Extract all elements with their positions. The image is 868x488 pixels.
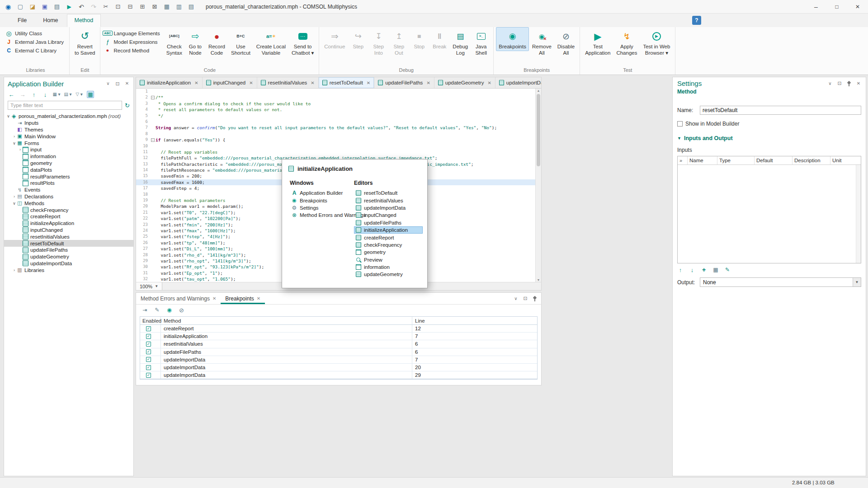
line-number[interactable]: 3 <box>136 101 150 107</box>
line-number[interactable]: 28 <box>136 252 150 258</box>
use-shortcut-button[interactable]: Use Shortcut <box>228 27 253 58</box>
editor-tab-updategeometry[interactable]: updateGeometry✕ <box>434 77 495 88</box>
dropdown-arrow-icon[interactable]: ▼ <box>853 278 861 286</box>
popup-item-inputchanged[interactable]: inputChanged <box>354 211 423 219</box>
breakpoints-button[interactable]: Breakpoints <box>496 27 529 51</box>
line-number[interactable]: 27 <box>136 246 150 252</box>
tree-item-updatefilepaths[interactable]: updateFilePaths <box>4 247 133 253</box>
inputs-table[interactable]: Name Type Default Description Unit <box>677 156 861 263</box>
line-number[interactable]: 24 <box>136 228 150 234</box>
tree-item-methods[interactable]: ∨Methods <box>4 200 133 206</box>
code-line-1[interactable]: 1 <box>136 89 541 94</box>
popup-item-updateimportdata[interactable]: updateImportData <box>354 204 423 211</box>
tree-item-checkfrequency[interactable]: checkFrequency <box>4 206 133 213</box>
line-number[interactable]: 13 <box>136 161 150 167</box>
editor-tab-resettodefault[interactable]: resetToDefault✕ <box>319 77 375 88</box>
ribbon-tab-home[interactable]: Home <box>35 14 66 27</box>
popup-item-preview[interactable]: Preview <box>354 256 423 263</box>
column-header-line[interactable]: Line <box>412 317 537 324</box>
tree-collapse-arrow[interactable]: ∨ <box>6 114 11 118</box>
line-number[interactable]: 29 <box>136 258 150 264</box>
help-button[interactable]: ? <box>692 16 701 25</box>
minimize-button[interactable] <box>806 0 826 14</box>
breakpoint-row-updatefilepaths-6[interactable]: ✓updateFilePaths6 <box>140 348 537 356</box>
column-header-default[interactable]: Default <box>755 156 793 164</box>
insert-table-icon[interactable] <box>163 3 170 10</box>
editor-tab-updateimportdata[interactable]: updateImportData✕ <box>495 77 542 88</box>
editor-tab-resetinitialvalues[interactable]: resetInitialValues✕ <box>257 77 319 88</box>
remove-all-button[interactable]: Remove All <box>529 27 554 58</box>
tree-expand-arrow[interactable]: › <box>12 134 17 139</box>
line-number[interactable]: 20 <box>136 203 150 209</box>
model-expressions-button[interactable]: Model Expressions <box>103 38 161 45</box>
column-header-type[interactable]: Type <box>717 156 755 164</box>
line-number[interactable]: 7 <box>136 125 150 131</box>
test-application-button[interactable]: Test Application <box>582 27 613 58</box>
code-line-5[interactable]: 5 */ <box>136 113 541 119</box>
popup-item-updatefilepaths[interactable]: updateFilePaths <box>354 219 423 226</box>
enabled-checkbox[interactable]: ✓ <box>146 334 151 339</box>
panel-float-icon[interactable] <box>115 81 120 86</box>
duplicate-icon[interactable] <box>139 3 146 10</box>
popup-item-geometry[interactable]: geometry <box>354 249 423 256</box>
method-name-input[interactable] <box>700 106 861 115</box>
utility-class-button[interactable]: Utility Class <box>4 30 65 37</box>
enabled-checkbox[interactable]: ✓ <box>146 326 151 331</box>
column-header-description[interactable]: Description <box>793 156 830 164</box>
tree-item-forms[interactable]: ∨Forms <box>4 140 133 146</box>
tree-item-themes[interactable]: Themes <box>4 127 133 133</box>
show-in-model-builder-row[interactable]: Show in Model Builder <box>673 117 866 130</box>
close-tab-icon[interactable]: ✕ <box>212 296 216 301</box>
code-line-10[interactable]: 10 <box>136 143 541 149</box>
line-number[interactable]: 6 <box>136 119 150 125</box>
line-number[interactable]: 11 <box>136 149 150 155</box>
line-number[interactable]: 16 <box>136 179 150 185</box>
editor-tab-initializeapplication[interactable]: initializeApplication✕ <box>136 77 203 88</box>
new-file-icon[interactable] <box>17 3 24 10</box>
editor-tab-inputchanged[interactable]: inputChanged✕ <box>203 77 257 88</box>
disable-breakpoints-icon[interactable] <box>178 307 185 314</box>
popup-item-checkfrequency[interactable]: checkFrequency <box>354 241 423 249</box>
goto-line-icon[interactable] <box>142 307 148 314</box>
column-header-name[interactable]: Name <box>688 156 717 164</box>
line-number[interactable]: 19 <box>136 197 150 203</box>
record-method-button[interactable]: Record Method <box>103 47 161 54</box>
output-select[interactable]: None ▼ <box>700 277 861 287</box>
external-java-library-button[interactable]: External Java Library <box>4 38 65 45</box>
refresh-icon[interactable] <box>125 103 130 108</box>
forward-icon[interactable] <box>19 91 26 98</box>
line-number[interactable]: 31 <box>136 270 150 276</box>
line-number[interactable]: 18 <box>136 192 150 197</box>
popup-item-application-builder[interactable]: Application Builder <box>290 189 354 197</box>
tree-item-porous-material-characterization-mph[interactable]: ∨porous_material_characterization.mph(ro… <box>4 113 133 120</box>
enabled-checkbox[interactable]: ✓ <box>146 349 151 354</box>
show-grid-icon[interactable] <box>87 91 94 98</box>
panel-float-icon[interactable] <box>523 296 528 301</box>
tree-expand-arrow[interactable]: › <box>12 194 17 199</box>
close-button[interactable] <box>847 0 868 14</box>
tree-item-libraries[interactable]: ›Libraries <box>4 267 133 273</box>
tree-item-events[interactable]: Events <box>4 187 133 193</box>
tree-item-geometry[interactable]: geometry <box>4 160 133 167</box>
breakpoint-row-resetinitialvalues-6[interactable]: ✓resetInitialValues6 <box>140 340 537 348</box>
collapse-menu-icon[interactable] <box>64 91 71 98</box>
open-file-icon[interactable] <box>29 3 36 10</box>
vertical-scrollbar[interactable]: ▲ ▼ <box>535 89 541 282</box>
tree-item-inputs[interactable]: Inputs <box>4 120 133 127</box>
code-line-8[interactable]: 8 <box>136 131 541 137</box>
debug-log-button[interactable]: Debug Log <box>450 27 471 58</box>
close-tab-icon[interactable]: ✕ <box>367 80 370 85</box>
section-collapse-icon[interactable]: ▼ <box>677 136 681 141</box>
ribbon-tab-method[interactable]: Method <box>67 14 101 27</box>
break-button[interactable]: Break <box>429 27 449 51</box>
view-menu-icon[interactable] <box>53 91 60 98</box>
window-layout-icon[interactable] <box>188 3 195 10</box>
popup-item-breakpoints[interactable]: Breakpoints <box>290 197 354 204</box>
bottom-tab-breakpoints[interactable]: Breakpoints✕ <box>221 293 265 304</box>
run-icon[interactable] <box>66 3 73 10</box>
code-line-6[interactable]: 6 <box>136 119 541 125</box>
close-tab-icon[interactable]: ✕ <box>194 80 198 85</box>
tree-item-declarations[interactable]: ›Declarations <box>4 193 133 200</box>
line-number[interactable]: 1 <box>136 89 150 94</box>
step-out-button[interactable]: Step Out <box>389 27 409 58</box>
